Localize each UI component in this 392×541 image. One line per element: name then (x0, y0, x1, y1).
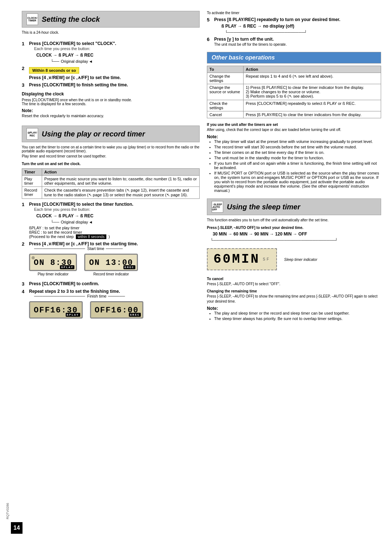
play-rec-icon: ◎PLAY/ REC (26, 128, 38, 140)
rec-off-screen: OFF16:00 ßREC (90, 301, 144, 319)
prt-formula-note2: ßREC : to set the record timer (29, 230, 200, 234)
prt-step4-content: Repeat steps 2 to 3 to set the finishing… (29, 289, 200, 321)
icon-play-line2: REC (30, 134, 35, 137)
note-text-clock: Reset the clock regularly to maintain ac… (22, 114, 104, 118)
cancel-cell: Cancel (207, 111, 244, 118)
sleep-display-screen: 60MIN SF (207, 248, 277, 270)
sleep-formula: 30 MIN → 60 MIN → 90 MIN → 120 MIN → OFF (213, 231, 381, 237)
cancel-action: Press [ß PLAY/REC] to clear the timer in… (244, 111, 381, 118)
original-display-row: └── Original display ◄ (44, 59, 200, 63)
displaying-clock-text2: The time is displayed for a few seconds. (22, 102, 200, 106)
right-step5-content: Press [ß PLAY/REC] repeatedly to turn on… (214, 17, 381, 34)
play-timer-display-item: ◎ ON 8:30 ßPLAY Play timer indicator (29, 254, 77, 276)
sleep-note-label: Note: (207, 306, 218, 311)
changing-remaining-text: Press [-SLEEP, –AUTO OFF] to show the re… (207, 294, 377, 303)
displaying-clock-section: Displaying the clock Press [CLOCK/TIMER]… (22, 91, 200, 106)
other-ops-table: To Action Change the settings Repeat ste… (207, 66, 381, 118)
prt-orig-display-label: Original display (61, 220, 88, 224)
step2-title: Press [4 ,∨/REW] or [c ,∧/FF] to set the… (29, 75, 121, 80)
right-step-num-6: 6 (207, 37, 213, 47)
right-step6: 6 Press [γ ] to turn off the unit. The u… (207, 37, 381, 47)
sleep-icon: -SLEEP -AUTO OFF (212, 201, 223, 213)
action-col-header: Action (42, 169, 200, 176)
prt-step4-title: Repeat steps 2 to 3 to set the finishing… (29, 289, 120, 294)
play-off-display-item: OFF16:30 ßPLAY (29, 301, 83, 319)
prt-step1: 1 Press [CLOCK/TIMER] to select the time… (22, 202, 200, 239)
within-8-seconds-box: within 8 seconds (76, 234, 106, 239)
other-ops-section: Other basic operations To Action Change … (207, 52, 381, 118)
changing-remaining-label: Changing the remaining time (207, 289, 257, 293)
setting-clock-title: Setting the clock (42, 15, 100, 24)
sleep-icon-line2: -AUTO OFF (212, 206, 223, 211)
prt-step3-content: Press [CLOCK/TIMER] to confirm. (29, 281, 200, 287)
check-settings-cell: Check the settings (207, 100, 244, 111)
display4-badge: ßREC (129, 313, 141, 317)
play-record-intro: You can set the timer to come on at a ce… (22, 145, 200, 153)
step2-content: Within 8 seconds or so Press [4 ,∨/REW] … (29, 66, 200, 80)
if-use-section: If you use the unit after the timers are… (207, 122, 381, 132)
sleep-indicator-label-container: Sleep timer indicator (284, 257, 317, 262)
icon-play-line1: ◎PLAY/ (28, 131, 37, 134)
right-note-section: Note: The play timer will start at the p… (207, 134, 381, 193)
list-item: The play timer will start at the preset … (214, 139, 381, 144)
original-display-label: Original display (61, 59, 88, 63)
prt-formula2: CLOCK → ß PLAY → ß REC (36, 213, 200, 218)
prt-step-num-2: 2 (22, 241, 28, 279)
right-step5-title: Press [ß PLAY/REC] repeatedly to turn on… (214, 17, 340, 22)
sleep-icon-line1: -SLEEP (213, 203, 222, 206)
change-source-cell: Change the source or volume (207, 84, 244, 100)
icon-line2: TIMER (28, 19, 36, 22)
sleep-display-row: 60MIN SF Sleep timer indicator (207, 245, 381, 273)
rqtv-label: RQTV0286 (6, 503, 9, 519)
if-use-title: If you use the unit after the timers are… (207, 123, 278, 127)
prt-step-num-4: 4 (22, 289, 28, 321)
sleep-timer-title: Using the sleep timer (227, 203, 300, 211)
step1-title: Press [CLOCK/TIMER] to select "CLOCK". (29, 41, 116, 46)
sleep-press-text: Press [-SLEEP, –AUTO OFF] to select your… (207, 226, 303, 230)
sleep-notes-list: The play and sleep timer or the record a… (214, 311, 381, 321)
note-section-clock: Note: Reset the clock regularly to maint… (22, 108, 200, 118)
turn-on-text: Turn the unit on and set the clock. (22, 162, 81, 166)
table-row: Recordtimer Check the cassette's erasure… (22, 187, 200, 199)
table-row: Play timer Prepare the music source you … (22, 176, 200, 187)
prt-step2-title: Press [4 ,∨/REW] or [c ,∧/FF] to set the… (29, 241, 138, 246)
rec-off-display-item: OFF16:00 ßREC (90, 301, 144, 319)
left-column: CLOCK/ TIMER Setting the clock This is a… (22, 11, 200, 530)
to-cancel-text: Press [-SLEEP, –AUTO OFF] to select "OFF… (207, 282, 280, 286)
play-timer-action: Prepare the music source you want to lis… (42, 176, 200, 187)
prt-step1-title: Press [CLOCK/TIMER] to select the timer … (29, 202, 133, 207)
play-record-timer-title: Using the play or record timer (42, 130, 145, 138)
step5-bracket: └───────────────────────────┘ (225, 30, 381, 34)
timer-display-row-1: ◎ ON 8:30 ßPLAY Play timer indicator ON … (29, 254, 200, 276)
to-cancel-section: To cancel Press [-SLEEP, –AUTO OFF] to s… (207, 276, 381, 286)
step1-sub: Each time you press the button: (34, 46, 90, 51)
step5-formula: ß PLAY → ß REC → no display (off) (221, 24, 381, 29)
sleep-timer-section: -SLEEP -AUTO OFF Using the sleep timer T… (207, 198, 381, 321)
other-ops-title: Other basic operations (212, 54, 275, 61)
step2-setting-clock: 2 Within 8 seconds or so Press [4 ,∨/REW… (22, 66, 200, 80)
step1-setting-clock: 1 Press [CLOCK/TIMER] to select "CLOCK".… (22, 41, 200, 63)
sleep-timer-header: -SLEEP -AUTO OFF Using the sleep timer (207, 198, 381, 215)
right-step6-content: Press [γ ] to turn off the unit. The uni… (214, 37, 381, 47)
to-col-header: To (207, 66, 244, 73)
timer-col-header: Timer (22, 169, 42, 176)
timer-action-table: Timer Action Play timer Prepare the musi… (22, 168, 200, 199)
within-8-box: Within 8 seconds or so (29, 67, 79, 74)
step1-content: Press [CLOCK/TIMER] to select "CLOCK". E… (29, 41, 200, 63)
page: CLOCK/ TIMER Setting the clock This is a… (0, 0, 392, 541)
table-row: Change the source or volume 1) Press [ß … (207, 84, 381, 100)
table-row: Cancel Press [ß PLAY/REC] to clear the t… (207, 111, 381, 118)
displaying-clock-title: Displaying the clock (22, 91, 200, 97)
list-item: If MUSIC PORT or OPTION port or USB is s… (214, 171, 381, 193)
prt-step3: 3 Press [CLOCK/TIMER] to confirm. (22, 281, 200, 287)
step3-title: Press [CLOCK/TIMER] to finish setting th… (29, 82, 128, 87)
sleep-indicator-label: Sleep timer indicator (284, 258, 317, 262)
step-number-1: 1 (22, 41, 28, 63)
right-step-num-5: 5 (207, 17, 213, 34)
start-time-line: ────────────────── Start time ────── (34, 246, 200, 251)
prt-step1-content: Press [CLOCK/TIMER] to select the timer … (29, 202, 200, 239)
right-step6-title: Press [γ ] to turn off the unit. (214, 37, 274, 42)
list-item: The timer comes on at the set time every… (214, 150, 381, 155)
other-ops-header: Other basic operations (207, 52, 381, 63)
step3-content: Press [CLOCK/TIMER] to finish setting th… (29, 82, 200, 88)
